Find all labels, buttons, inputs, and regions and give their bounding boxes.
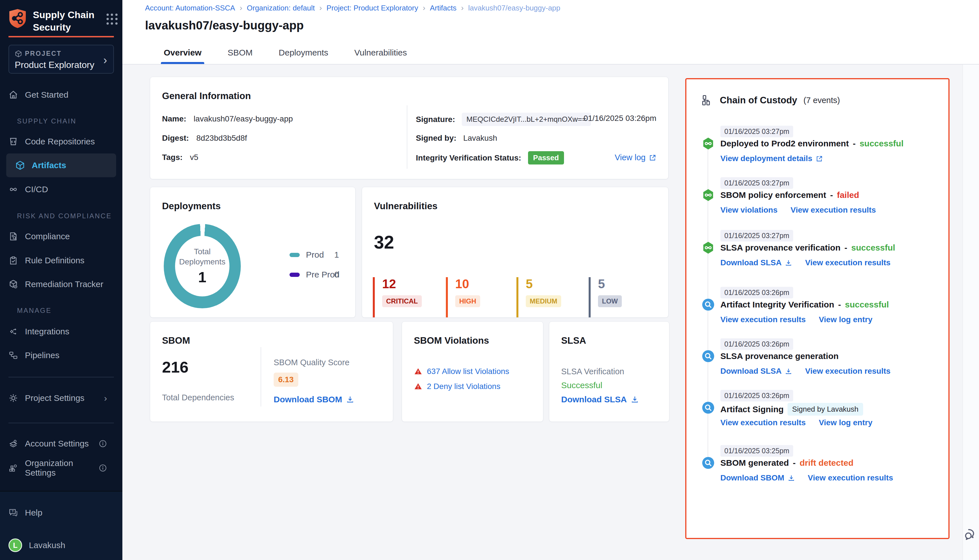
module-grid-icon[interactable] bbox=[107, 13, 118, 25]
download-icon bbox=[788, 475, 795, 482]
support-chat-icon[interactable] bbox=[963, 527, 978, 542]
sidebar-item-project-settings[interactable]: Project Settings › bbox=[8, 388, 114, 408]
sidebar-item-organization-settings[interactable]: Organization Settings bbox=[8, 458, 114, 478]
view-execution-results-link[interactable]: View execution results bbox=[720, 418, 806, 427]
status-separator: - bbox=[853, 139, 855, 148]
page-title: lavakush07/easy-buggy-app bbox=[145, 19, 304, 32]
event-title: SBOM generated bbox=[720, 458, 789, 468]
sidebar-item-integrations[interactable]: Integrations bbox=[8, 322, 114, 342]
gear-icon bbox=[8, 393, 18, 403]
info-icon[interactable] bbox=[99, 439, 107, 448]
breadcrumb-separator: › bbox=[461, 3, 464, 12]
event-timestamp: 01/16/2025 03:26pm bbox=[720, 287, 793, 298]
signature-row: Signature: MEQCICde2VjIT...bL+2+mqnOXw== bbox=[416, 113, 591, 126]
sbom-quality-score-value: 6.13 bbox=[274, 373, 298, 387]
name-row: Name: lavakush07/easy-buggy-app bbox=[162, 114, 293, 123]
download-icon bbox=[785, 259, 792, 267]
tab-deployments[interactable]: Deployments bbox=[279, 41, 328, 64]
download-sbom-link[interactable]: Download SBOM bbox=[274, 395, 342, 404]
breadcrumb-account[interactable]: Account: Automation-SSCA bbox=[145, 4, 235, 12]
sidebar-divider bbox=[8, 377, 114, 377]
sidebar-item-account-settings[interactable]: Account Settings bbox=[8, 434, 114, 453]
coc-event-artifact-signing: 01/16/2025 03:26pm Artifact Signing Sign… bbox=[720, 390, 939, 402]
view-execution-results-link[interactable]: View execution results bbox=[720, 315, 806, 324]
sidebar-item-cicd[interactable]: CI/CD bbox=[8, 180, 114, 199]
warning-triangle-icon bbox=[414, 367, 423, 376]
sbom-quality-score-label: SBOM Quality Score bbox=[274, 358, 349, 367]
integrity-row: Integrity Verification Status: Passed bbox=[416, 151, 564, 165]
sidebar-item-rule-definitions[interactable]: Rule Definitions bbox=[8, 250, 114, 270]
view-violations-link[interactable]: View violations bbox=[720, 205, 778, 215]
app-title-line1: Supply Chain bbox=[33, 8, 94, 21]
sbom-violations-card: SBOM Violations 637 Allow list Violation… bbox=[402, 321, 543, 422]
tab-overview[interactable]: Overview bbox=[164, 41, 201, 64]
view-log-link[interactable]: View log bbox=[615, 153, 646, 162]
deny-list-violations-link[interactable]: 2 Deny list Violations bbox=[427, 382, 500, 391]
view-execution-results-link[interactable]: View execution results bbox=[808, 473, 893, 482]
breadcrumb-artifacts[interactable]: Artifacts bbox=[430, 4, 457, 12]
clipboard-check-icon bbox=[8, 256, 18, 265]
tab-sbom[interactable]: SBOM bbox=[227, 41, 252, 64]
sidebar-item-artifacts[interactable]: Artifacts bbox=[6, 153, 116, 177]
prod-legend-swatch bbox=[289, 253, 300, 257]
download-sbom-link[interactable]: Download SBOM bbox=[720, 473, 795, 482]
box-wrench-icon bbox=[8, 280, 18, 289]
critical-badge: CRITICAL bbox=[382, 295, 422, 307]
sidebar-divider bbox=[8, 423, 114, 423]
view-log-entry-link[interactable]: View log entry bbox=[819, 418, 872, 427]
severity-high: 10 HIGH bbox=[446, 277, 480, 317]
sidebar-item-compliance[interactable]: Compliance bbox=[8, 227, 114, 246]
event-title: SLSA provenance verification bbox=[720, 243, 840, 253]
integrations-icon bbox=[8, 327, 18, 336]
info-icon[interactable] bbox=[99, 464, 107, 472]
pipeline-hexagon-icon bbox=[702, 241, 715, 254]
download-slsa-link[interactable]: Download SLSA bbox=[561, 395, 627, 404]
download-slsa-link[interactable]: Download SLSA bbox=[720, 367, 792, 376]
pipeline-hexagon-icon bbox=[702, 188, 715, 202]
org-gear-icon bbox=[8, 463, 18, 473]
sidebar: Supply Chain Security PROJECT Product Ex… bbox=[0, 0, 122, 560]
slsa-verification-label: SLSA Verification bbox=[561, 367, 624, 376]
sidebar-item-code-repositories[interactable]: Code Repositories bbox=[8, 132, 114, 152]
digest-row: Digest: 8d23bd3b5d8f bbox=[162, 133, 247, 143]
chain-of-custody-panel: Chain of Custody (7 events) 01/16/2025 0… bbox=[685, 78, 949, 539]
download-slsa-row: Download SLSA bbox=[561, 395, 639, 404]
view-execution-results-link[interactable]: View execution results bbox=[790, 205, 876, 215]
project-selector[interactable]: PROJECT Product Exploratory › bbox=[8, 45, 114, 73]
document-search-icon bbox=[8, 232, 18, 241]
allow-list-violations-link[interactable]: 637 Allow list Violations bbox=[427, 367, 510, 376]
sbom-violations-title: SBOM Violations bbox=[414, 335, 489, 346]
deployments-total-value: 1 bbox=[198, 269, 207, 286]
pre-prod-legend-swatch bbox=[289, 273, 300, 277]
external-link-icon bbox=[649, 154, 657, 162]
view-execution-results-link[interactable]: View execution results bbox=[805, 258, 890, 267]
prod-count: 1 bbox=[334, 250, 339, 260]
infinity-icon bbox=[8, 185, 18, 194]
tags-row: Tags: v5 bbox=[162, 153, 198, 162]
tab-vulnerabilities[interactable]: Vulnerabilities bbox=[354, 41, 407, 64]
view-execution-results-link[interactable]: View execution results bbox=[805, 367, 890, 376]
sidebar-item-help[interactable]: ? Help bbox=[8, 503, 114, 523]
download-slsa-link[interactable]: Download SLSA bbox=[720, 258, 792, 267]
breadcrumb-organization[interactable]: Organization: default bbox=[247, 4, 315, 12]
deployments-card: Deployments Total Deployments 1 Prod 1 P… bbox=[150, 187, 356, 318]
deny-list-violations-row: 2 Deny list Violations bbox=[414, 382, 500, 391]
section-label-manage: MANAGE bbox=[17, 307, 52, 315]
event-status: drift detected bbox=[800, 458, 854, 468]
view-deployment-details-link[interactable]: View deployment details bbox=[720, 154, 823, 163]
sidebar-item-get-started[interactable]: Get Started bbox=[8, 85, 114, 105]
breadcrumb-project[interactable]: Project: Product Exploratory bbox=[327, 4, 418, 12]
layers-gear-icon bbox=[8, 439, 18, 448]
sidebar-item-remediation-tracker[interactable]: Remediation Tracker bbox=[8, 274, 114, 294]
view-log-entry-link[interactable]: View log entry bbox=[819, 315, 872, 324]
supply-chain-security-logo bbox=[9, 8, 26, 28]
download-icon bbox=[785, 368, 792, 375]
sidebar-user[interactable]: L Lavakush bbox=[8, 535, 114, 555]
chain-of-custody-icon bbox=[701, 94, 713, 107]
digest-value: 8d23bd3b5d8f bbox=[196, 133, 247, 143]
breadcrumb-separator: › bbox=[423, 3, 425, 12]
severity-critical: 12 CRITICAL bbox=[373, 277, 422, 317]
severity-medium: 5 MEDIUM bbox=[516, 277, 561, 317]
sbom-title: SBOM bbox=[162, 335, 190, 346]
sidebar-item-pipelines[interactable]: Pipelines bbox=[8, 345, 114, 365]
